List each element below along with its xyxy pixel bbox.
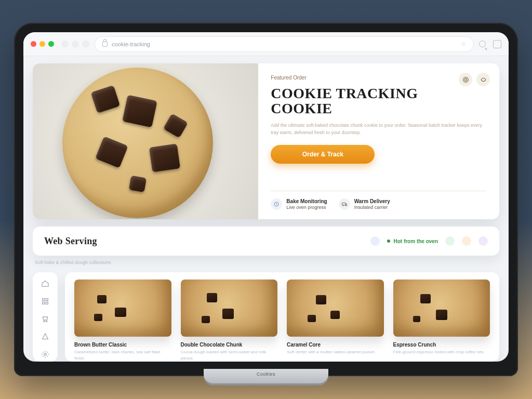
extensions-icon[interactable] — [493, 40, 501, 48]
rail-bell-icon[interactable] — [39, 332, 51, 341]
filter-pill-icon[interactable] — [462, 236, 471, 246]
product-thumb — [287, 280, 384, 337]
product-name: Espresso Crunch — [393, 342, 490, 348]
section-subtitle: Soft bake & chilled dough collections — [35, 260, 499, 265]
delivery-icon — [339, 198, 350, 210]
browser-actions — [479, 40, 501, 48]
feature-bake-monitoring: Bake MonitoringLive oven progress — [271, 198, 327, 210]
rail-settings-icon[interactable] — [39, 350, 51, 358]
rail-grid-icon[interactable] — [39, 297, 51, 305]
product-name: Caramel Core — [287, 342, 384, 348]
address-text: cookie-tracking — [112, 41, 150, 47]
rail-cart-icon[interactable] — [39, 315, 51, 323]
search-icon[interactable] — [479, 41, 486, 47]
page-body: Featured Order COOKIE TRACKING COOKIE — [23, 56, 509, 362]
share-icon[interactable] — [459, 73, 472, 86]
hero-meta-top: Featured Order — [271, 75, 486, 81]
bookmark-star-icon[interactable]: ☆ — [461, 41, 466, 47]
svg-point-10 — [46, 321, 47, 322]
address-bar[interactable]: cookie-tracking ☆ — [95, 36, 474, 52]
svg-point-0 — [464, 78, 467, 81]
svg-rect-7 — [43, 302, 45, 304]
favicon-icon — [61, 41, 69, 48]
favicon-icon — [72, 41, 79, 48]
product-blurb: Cocoa dough loaded with semi-sweet and m… — [181, 349, 278, 362]
hero-features: Bake MonitoringLive oven progress Warm D… — [271, 191, 486, 210]
filter-pill-icon[interactable] — [478, 236, 488, 246]
cookie-illustration — [62, 68, 213, 218]
product-card[interactable]: Caramel Core Soft center with a molten s… — [287, 280, 384, 362]
section-header: Web Serving Hot from the oven — [33, 227, 499, 256]
window-controls — [31, 41, 54, 47]
product-card[interactable]: Espresso Crunch Fine-ground espresso fol… — [393, 280, 490, 362]
browser-chrome: cookie-tracking ☆ — [23, 32, 509, 56]
product-card[interactable]: Brown Butter Classic Caramelized butter,… — [74, 280, 171, 362]
svg-rect-6 — [46, 299, 48, 301]
filter-pill-icon[interactable] — [445, 236, 455, 246]
close-window-button[interactable] — [31, 41, 36, 47]
order-track-button[interactable]: Order & Track — [271, 145, 375, 164]
product-thumb — [393, 280, 490, 337]
minimize-window-button[interactable] — [39, 41, 45, 47]
maximize-window-button[interactable] — [48, 41, 54, 47]
tab-favicons — [61, 41, 89, 48]
favicon-icon — [82, 41, 89, 48]
hero-content: Featured Order COOKIE TRACKING COOKIE — [258, 63, 499, 219]
lock-icon — [102, 42, 108, 47]
laptop-base: Cookies — [204, 369, 328, 383]
hero-description: Add the ultimate soft-baked chocolate ch… — [271, 122, 486, 137]
product-blurb: Soft center with a molten salted-caramel… — [287, 349, 384, 361]
product-name: Double Chocolate Chunk — [181, 342, 278, 348]
hero-title: COOKIE TRACKING COOKIE — [271, 86, 486, 116]
hero-image — [33, 63, 258, 219]
side-rail — [33, 272, 58, 362]
product-blurb: Fine-ground espresso folded with crisp t… — [393, 349, 490, 361]
laptop-brand: Cookies — [257, 371, 275, 377]
screen-bezel: cookie-tracking ☆ — [14, 23, 518, 376]
product-thumb — [74, 280, 171, 337]
filter-pill-icon[interactable] — [370, 236, 380, 246]
feature-warm-delivery: Warm DeliveryInsulated carrier — [339, 198, 390, 210]
product-name: Brown Butter Classic — [74, 342, 171, 348]
rail-home-icon[interactable] — [39, 280, 51, 288]
catalog-area: Brown Butter Classic Caramelized butter,… — [33, 272, 499, 362]
product-thumb — [181, 280, 278, 337]
svg-point-1 — [463, 77, 468, 82]
svg-rect-5 — [43, 299, 45, 301]
oven-icon — [271, 198, 282, 210]
hero-card: Featured Order COOKIE TRACKING COOKIE — [33, 63, 499, 219]
svg-point-11 — [44, 353, 46, 355]
product-grid: Brown Butter Classic Caramelized butter,… — [65, 272, 499, 362]
section-title: Web Serving — [44, 236, 97, 247]
bookmark-icon[interactable] — [476, 73, 490, 86]
product-card[interactable]: Double Chocolate Chunk Cocoa dough loade… — [181, 280, 278, 362]
hero-badge: Featured Order — [271, 75, 306, 81]
filter-active-label[interactable]: Hot from the oven — [387, 238, 438, 244]
product-blurb: Caramelized butter, dark chunks, sea sal… — [74, 349, 171, 362]
laptop-frame: cookie-tracking ☆ — [14, 23, 518, 376]
svg-rect-8 — [46, 302, 48, 304]
screen: cookie-tracking ☆ — [23, 32, 509, 362]
svg-point-9 — [44, 321, 45, 322]
